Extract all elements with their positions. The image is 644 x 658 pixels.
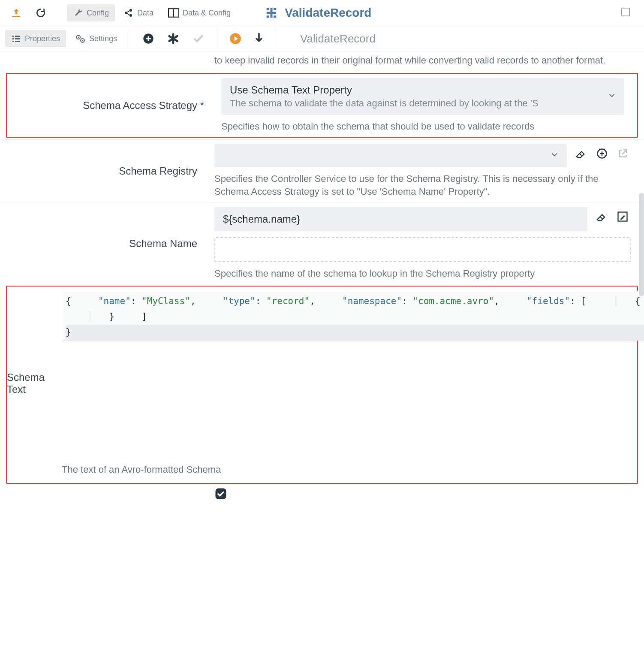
partial-help-text: to keep invalid records in their origina… bbox=[0, 51, 644, 71]
svg-rect-9 bbox=[274, 8, 276, 10]
upload-button[interactable] bbox=[5, 3, 27, 22]
svg-point-3 bbox=[129, 14, 132, 17]
schema-text-help: The text of an Avro-formatted Schema bbox=[62, 463, 644, 476]
data-tab-label: Data bbox=[137, 9, 153, 18]
schema-registry-dropdown[interactable] bbox=[214, 144, 567, 167]
schema-text-label: Schema Text bbox=[7, 291, 62, 476]
external-link-button[interactable] bbox=[617, 148, 629, 159]
chevron-down-icon bbox=[550, 150, 559, 162]
schema-registry-help: Specifies the Controller Service to use … bbox=[214, 172, 631, 198]
wrench-icon bbox=[73, 8, 83, 18]
add-circle-button[interactable] bbox=[596, 148, 608, 160]
erase-button[interactable] bbox=[595, 211, 607, 223]
schema-access-value: Use Schema Text Property bbox=[230, 84, 602, 96]
highlight-schema-access: Schema Access Strategy * Use Schema Text… bbox=[6, 73, 638, 138]
data-tab[interactable]: Data bbox=[117, 4, 159, 21]
svg-point-2 bbox=[129, 9, 132, 12]
top-toolbar: Config Data Data & Config ValidateRecord bbox=[0, 0, 644, 26]
scrollbar[interactable] bbox=[639, 193, 644, 296]
properties-tab[interactable]: Properties bbox=[5, 30, 66, 47]
share-icon bbox=[123, 8, 134, 18]
settings-tab-label: Settings bbox=[89, 34, 117, 43]
svg-point-22 bbox=[82, 40, 83, 41]
schema-access-label: Schema Access Strategy * bbox=[7, 78, 221, 133]
config-tab-label: Config bbox=[87, 9, 109, 18]
sub-toolbar: Properties Settings ValidateRecord bbox=[0, 26, 644, 51]
list-icon bbox=[11, 33, 21, 44]
data-config-tab[interactable]: Data & Config bbox=[162, 5, 237, 21]
svg-rect-12 bbox=[622, 8, 629, 15]
chevron-down-icon bbox=[607, 91, 617, 102]
play-button[interactable] bbox=[224, 29, 247, 48]
svg-rect-17 bbox=[12, 41, 14, 42]
svg-rect-15 bbox=[12, 38, 14, 39]
split-icon bbox=[168, 8, 179, 18]
page-title: ValidateRecord bbox=[285, 6, 371, 20]
processor-name: ValidateRecord bbox=[300, 32, 376, 45]
schema-registry-label: Schema Registry bbox=[0, 144, 214, 198]
svg-rect-10 bbox=[267, 15, 269, 18]
svg-rect-8 bbox=[267, 8, 269, 10]
schema-name-help: Specifies the name of the schema to look… bbox=[214, 267, 631, 280]
data-config-tab-label: Data & Config bbox=[183, 9, 231, 18]
config-tab[interactable]: Config bbox=[67, 4, 115, 21]
svg-rect-16 bbox=[15, 38, 20, 39]
svg-rect-0 bbox=[12, 16, 21, 17]
edit-button[interactable] bbox=[617, 211, 629, 223]
svg-rect-13 bbox=[12, 36, 14, 37]
schema-name-input[interactable]: ${schema.name} bbox=[214, 207, 587, 231]
svg-rect-14 bbox=[15, 36, 20, 37]
properties-tab-label: Properties bbox=[25, 34, 60, 43]
schema-name-empty[interactable] bbox=[214, 237, 631, 262]
step-button[interactable] bbox=[249, 29, 269, 48]
schema-name-label: Schema Name bbox=[0, 207, 214, 280]
schema-access-help: Specifies how to obtain the schema that … bbox=[221, 120, 624, 133]
schema-access-value-desc: The schema to validate the data against … bbox=[230, 98, 602, 109]
highlight-schema-text: Schema Text { "name": "MyClass", "type":… bbox=[6, 286, 638, 484]
erase-button[interactable] bbox=[575, 148, 587, 160]
svg-rect-18 bbox=[15, 41, 20, 42]
asterisk-button[interactable] bbox=[162, 29, 184, 48]
svg-rect-7 bbox=[271, 8, 273, 18]
svg-rect-11 bbox=[274, 15, 276, 18]
add-button[interactable] bbox=[137, 29, 159, 48]
svg-point-1 bbox=[125, 12, 127, 14]
settings-tab[interactable]: Settings bbox=[69, 30, 123, 48]
svg-point-20 bbox=[78, 36, 79, 38]
validate-button[interactable] bbox=[187, 29, 210, 48]
maximize-button[interactable] bbox=[621, 7, 630, 19]
schema-text-code[interactable]: { "name": "MyClass", "type": "record", "… bbox=[62, 291, 644, 340]
gears-icon bbox=[75, 33, 86, 44]
processor-icon bbox=[265, 6, 278, 19]
schema-access-dropdown[interactable]: Use Schema Text Property The schema to v… bbox=[221, 78, 624, 115]
checkbox[interactable] bbox=[214, 487, 644, 500]
refresh-button[interactable] bbox=[30, 4, 51, 22]
